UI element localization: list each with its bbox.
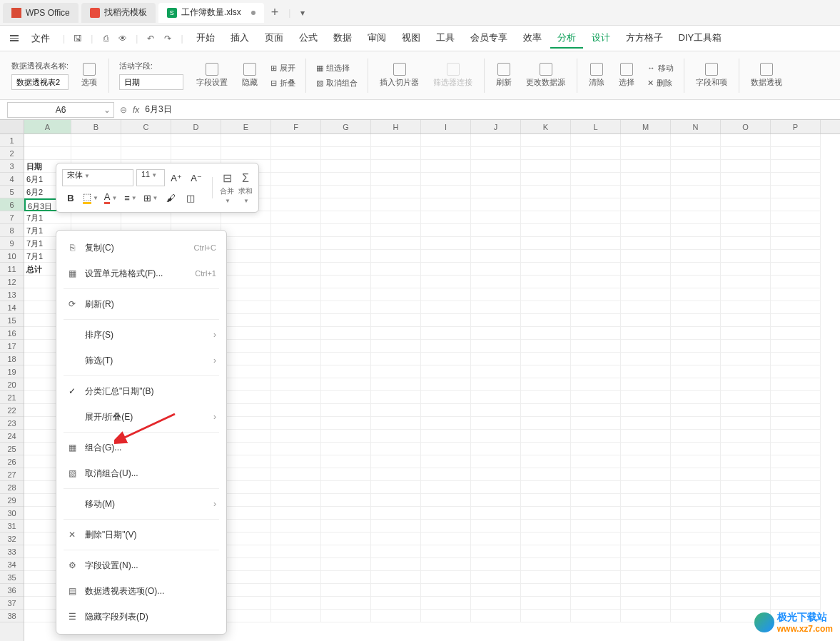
cell-empty[interactable] xyxy=(221,468,271,481)
cell-empty[interactable] xyxy=(771,263,821,276)
cell-empty[interactable] xyxy=(221,276,271,288)
cell-empty[interactable] xyxy=(321,237,371,250)
cell-empty[interactable] xyxy=(271,597,321,610)
cell-empty[interactable] xyxy=(721,263,771,276)
cell-empty[interactable] xyxy=(371,417,421,430)
cell-empty[interactable] xyxy=(421,455,471,468)
active-field-input[interactable] xyxy=(119,74,183,90)
cell-empty[interactable] xyxy=(471,507,521,520)
cell-empty[interactable] xyxy=(521,237,571,250)
row-header-38[interactable]: 38 xyxy=(0,610,24,622)
cell-empty[interactable] xyxy=(271,263,321,276)
cell-empty[interactable] xyxy=(471,610,521,622)
cell-empty[interactable] xyxy=(771,198,821,211)
cell-empty[interactable] xyxy=(321,211,371,224)
cell-empty[interactable] xyxy=(621,520,671,533)
cell-empty[interactable] xyxy=(321,173,371,186)
cell-empty[interactable] xyxy=(521,597,571,610)
cell-empty[interactable] xyxy=(521,276,571,288)
cell-empty[interactable] xyxy=(771,558,821,571)
cell-empty[interactable] xyxy=(771,276,821,288)
cell-empty[interactable] xyxy=(371,391,421,404)
cell-empty[interactable] xyxy=(671,211,721,224)
cell-empty[interactable] xyxy=(271,443,321,455)
cell-empty[interactable] xyxy=(721,520,771,533)
cell-empty[interactable] xyxy=(621,198,671,211)
cell-empty[interactable] xyxy=(321,481,371,494)
cell-empty[interactable] xyxy=(571,250,621,263)
cell-empty[interactable] xyxy=(471,391,521,404)
cell-empty[interactable] xyxy=(221,211,271,224)
cell-empty[interactable] xyxy=(371,378,421,391)
cell-empty[interactable] xyxy=(421,288,471,301)
cell-empty[interactable] xyxy=(571,327,621,340)
cell-empty[interactable] xyxy=(271,417,321,430)
cell-empty[interactable] xyxy=(721,468,771,481)
cell-empty[interactable] xyxy=(371,224,421,237)
cell-empty[interactable] xyxy=(321,276,371,288)
cell-empty[interactable] xyxy=(721,301,771,314)
cell-empty[interactable] xyxy=(671,417,721,430)
cell-empty[interactable] xyxy=(271,404,321,417)
cell-empty[interactable] xyxy=(371,481,421,494)
cell-empty[interactable] xyxy=(621,314,671,327)
row-header-30[interactable]: 30 xyxy=(0,507,24,520)
cell-empty[interactable] xyxy=(471,340,521,353)
cell-empty[interactable] xyxy=(471,545,521,558)
cell-empty[interactable] xyxy=(571,147,621,160)
cell-empty[interactable] xyxy=(521,211,571,224)
cell-empty[interactable] xyxy=(771,186,821,198)
cell-empty[interactable] xyxy=(521,186,571,198)
cell-empty[interactable] xyxy=(621,263,671,276)
row-header-14[interactable]: 14 xyxy=(0,301,24,314)
cell-empty[interactable] xyxy=(421,186,471,198)
cell-empty[interactable] xyxy=(371,468,421,481)
cell-empty[interactable] xyxy=(271,314,321,327)
cell-empty[interactable] xyxy=(621,160,671,173)
cell-empty[interactable] xyxy=(121,134,171,147)
cell-empty[interactable] xyxy=(521,468,571,481)
cell-empty[interactable] xyxy=(271,147,321,160)
cell-empty[interactable] xyxy=(771,327,821,340)
cell-empty[interactable] xyxy=(771,533,821,545)
cell-empty[interactable] xyxy=(771,340,821,353)
cell-empty[interactable] xyxy=(671,134,721,147)
cell-empty[interactable] xyxy=(71,134,121,147)
row-header-15[interactable]: 15 xyxy=(0,314,24,327)
cell-empty[interactable] xyxy=(371,533,421,545)
cell-empty[interactable] xyxy=(321,520,371,533)
cell-empty[interactable] xyxy=(271,198,321,211)
cell-empty[interactable] xyxy=(521,520,571,533)
cell-empty[interactable] xyxy=(371,494,421,507)
cell-empty[interactable] xyxy=(721,571,771,584)
cell-empty[interactable] xyxy=(471,365,521,378)
cell-empty[interactable] xyxy=(471,417,521,430)
cell-empty[interactable] xyxy=(671,301,721,314)
cell-empty[interactable] xyxy=(771,430,821,443)
cell-empty[interactable] xyxy=(371,430,421,443)
cell-empty[interactable] xyxy=(521,224,571,237)
cell-empty[interactable] xyxy=(371,584,421,597)
cell-empty[interactable] xyxy=(571,558,621,571)
cell-empty[interactable] xyxy=(721,237,771,250)
cell-empty[interactable] xyxy=(521,545,571,558)
cell-empty[interactable] xyxy=(721,455,771,468)
cell-empty[interactable] xyxy=(471,250,521,263)
cell-empty[interactable] xyxy=(221,520,271,533)
cell-empty[interactable] xyxy=(221,430,271,443)
cell-empty[interactable] xyxy=(371,134,421,147)
select-button[interactable]: 选择 xyxy=(613,60,640,91)
cell-empty[interactable] xyxy=(771,520,821,533)
cell-empty[interactable] xyxy=(271,301,321,314)
cell-empty[interactable] xyxy=(771,417,821,430)
cell-empty[interactable] xyxy=(421,224,471,237)
fx-label[interactable]: fx xyxy=(133,105,139,115)
cell-empty[interactable] xyxy=(421,468,471,481)
cell-empty[interactable] xyxy=(771,173,821,186)
cell-empty[interactable] xyxy=(771,224,821,237)
cell-empty[interactable] xyxy=(221,250,271,263)
row-header-19[interactable]: 19 xyxy=(0,365,24,378)
cell-empty[interactable] xyxy=(521,507,571,520)
row-header-18[interactable]: 18 xyxy=(0,353,24,365)
cell-empty[interactable] xyxy=(721,417,771,430)
